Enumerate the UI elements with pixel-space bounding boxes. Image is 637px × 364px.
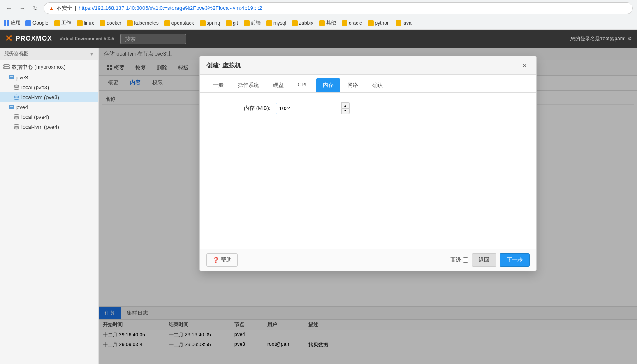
separator: | [75, 5, 76, 11]
memory-up-button[interactable]: ▲ [341, 102, 350, 108]
dialog-close-button[interactable]: ✕ [520, 60, 530, 70]
sidebar-tree: 数据中心 (myproxmox) pve3 local (pve3) [0, 60, 98, 364]
apps-label: 应用 [11, 19, 21, 26]
bookmark-work[interactable]: 工作 [52, 18, 74, 28]
help-label: 帮助 [221, 256, 232, 264]
sidebar-item-pve3[interactable]: pve3 [0, 72, 98, 82]
local-pve3-label: local (pve3) [21, 84, 49, 90]
dialog-overlay: 创建: 虚拟机 ✕ 一般 操作系统 硬盘 [99, 48, 637, 364]
lvm-storage-icon-pve4 [13, 123, 20, 130]
sidebar-item-local-lvm-pve4[interactable]: local-lvm (pve4) [0, 122, 98, 132]
bookmark-linux[interactable]: linux [74, 19, 97, 27]
pve3-label: pve3 [16, 74, 28, 81]
svg-rect-19 [10, 106, 13, 107]
bookmark-oracle[interactable]: oracle [339, 19, 365, 27]
url-text: https://192.168.137.140:8006/#v1:0:=stor… [79, 5, 262, 11]
forward-nav-button[interactable]: → [17, 3, 27, 13]
tab-os-label: 操作系统 [238, 82, 259, 88]
svg-point-24 [14, 125, 19, 127]
svg-rect-2 [4, 23, 6, 26]
apps-icon[interactable]: 应用 [3, 19, 21, 26]
svg-point-17 [14, 97, 19, 100]
advanced-text: 高级 [450, 256, 461, 264]
datacenter-icon [3, 64, 10, 70]
advanced-checkbox[interactable] [463, 257, 468, 263]
dialog-tabs: 一般 操作系统 硬盘 CPU 内存 [200, 75, 536, 93]
node-icon [8, 74, 15, 81]
advanced-label[interactable]: 高级 [450, 256, 468, 264]
svg-point-13 [14, 88, 19, 90]
memory-down-button[interactable]: ▼ [341, 108, 350, 114]
sidebar-item-pve4[interactable]: pve4 [0, 102, 98, 112]
tab-disk-label: 硬盘 [273, 82, 284, 88]
dialog-tab-network[interactable]: 网络 [341, 78, 365, 92]
bookmark-python[interactable]: python [366, 19, 392, 27]
datacenter-label: 数据中心 (myproxmox) [12, 63, 65, 71]
svg-rect-1 [7, 20, 9, 23]
svg-rect-0 [4, 20, 6, 23]
bookmark-openstack[interactable]: openstack [162, 19, 197, 27]
logo-ve: Virtual Environment 5.3-5 [60, 36, 114, 41]
bookmark-mysql[interactable]: mysql [264, 19, 289, 27]
storage-icon-pve4 [13, 114, 20, 120]
help-button[interactable]: ❓ 帮助 [206, 253, 238, 267]
create-vm-dialog: 创建: 虚拟机 ✕ 一般 操作系统 硬盘 [199, 56, 537, 271]
tab-memory-label: 内存 [323, 82, 334, 88]
back-nav-button[interactable]: ← [4, 3, 14, 13]
bookmarks-bar: 应用 Google 工作 linux docker kubernetes ope… [0, 16, 637, 30]
dialog-tab-os[interactable]: 操作系统 [231, 78, 266, 92]
bookmark-other[interactable]: 其他 [317, 18, 338, 28]
dialog-tab-cpu[interactable]: CPU [291, 78, 315, 92]
memory-form-row: 内存 (MiB): ▲ ▼ [210, 102, 526, 114]
svg-rect-3 [7, 23, 9, 26]
server-view-label: 服务器视图 [4, 50, 29, 57]
security-warning: ▲ [49, 5, 54, 11]
sidebar-item-local-pve3[interactable]: local (pve3) [0, 82, 98, 92]
local-pve4-label: local (pve4) [21, 114, 49, 120]
svg-rect-8 [9, 75, 14, 79]
tab-confirm-label: 确认 [372, 82, 383, 88]
dialog-header: 创建: 虚拟机 ✕ [200, 56, 536, 75]
logo-text: PROXMOX [16, 35, 52, 42]
memory-spinner-buttons: ▲ ▼ [341, 102, 350, 114]
bookmark-zabbix[interactable]: zabbix [290, 19, 316, 27]
address-bar[interactable]: ▲ 不安全 | https://192.168.137.140:8006/#v1… [44, 2, 633, 14]
reload-button[interactable]: ↻ [30, 3, 40, 13]
bookmark-frontend[interactable]: 前端 [241, 18, 263, 28]
dialog-tab-disk[interactable]: 硬盘 [266, 78, 290, 92]
dialog-tab-general[interactable]: 一般 [206, 78, 230, 92]
sidebar: 服务器视图 ▼ 数据中心 (myproxmox) pve3 [0, 48, 99, 364]
bookmark-google[interactable]: Google [23, 19, 51, 27]
footer-right: 高级 返回 下一步 [450, 253, 530, 267]
header-search-input[interactable] [120, 34, 186, 44]
dialog-body: 内存 (MiB): ▲ ▼ [200, 93, 536, 249]
sidebar-item-local-pve4[interactable]: local (pve4) [0, 112, 98, 122]
sidebar-arrow-icon: ▼ [89, 51, 94, 57]
bookmark-java[interactable]: java [393, 19, 414, 27]
svg-rect-9 [10, 76, 13, 77]
svg-point-20 [14, 115, 19, 117]
tab-cpu-label: CPU [298, 81, 309, 88]
bookmark-docker[interactable]: docker [97, 19, 124, 27]
bookmark-git[interactable]: git [223, 19, 241, 27]
svg-point-7 [5, 67, 5, 68]
app-header: ✕ PROXMOX Virtual Environment 5.3-5 您的登录… [0, 30, 637, 48]
browser-bar: ← → ↻ ▲ 不安全 | https://192.168.137.140:80… [0, 0, 637, 16]
pve4-label: pve4 [16, 104, 28, 110]
back-label: 返回 [479, 257, 489, 263]
sidebar-item-local-lvm-pve3[interactable]: local-lvm (pve3) [0, 92, 98, 102]
sidebar-item-datacenter[interactable]: 数据中心 (myproxmox) [0, 62, 98, 72]
settings-icon[interactable]: ⚙ [628, 36, 632, 42]
memory-input[interactable] [276, 103, 341, 114]
tab-general-label: 一般 [213, 82, 224, 88]
dialog-tab-confirm[interactable]: 确认 [366, 78, 389, 92]
dialog-tab-memory[interactable]: 内存 [316, 78, 340, 92]
bookmark-spring[interactable]: spring [197, 19, 223, 27]
bookmark-kubernetes[interactable]: kubernetes [125, 19, 161, 27]
back-button[interactable]: 返回 [472, 253, 496, 267]
header-user: 您的登录名是'root@pam' ⚙ [570, 35, 632, 42]
content-area: 存储'local-lvm'在节点'pve3'上 概要 恢复 删除 模板 [99, 48, 637, 364]
user-label: 您的登录名是'root@pam' [570, 35, 625, 42]
sidebar-header: 服务器视图 ▼ [0, 48, 98, 60]
next-button[interactable]: 下一步 [500, 253, 530, 267]
